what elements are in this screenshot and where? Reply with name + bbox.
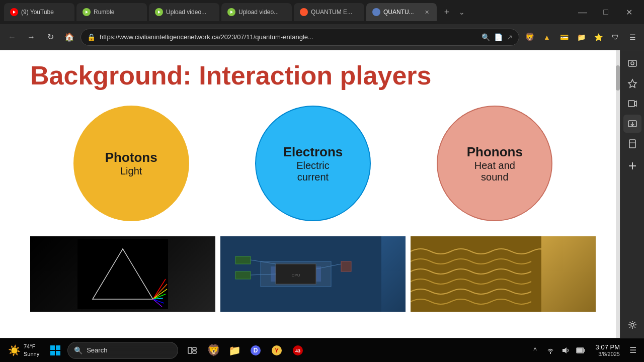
weather-condition: Sunny	[24, 350, 39, 357]
tray-chevron[interactable]: ^	[528, 343, 542, 357]
wallet-icon[interactable]: 💳	[556, 30, 572, 45]
taskbar-search-icon: 🔍	[74, 346, 83, 354]
main-content: Background: Interaction players Photons …	[0, 50, 616, 338]
taskbar-task-view[interactable]	[182, 340, 202, 360]
notification-center-button[interactable]: ☰	[626, 343, 640, 357]
photons-title: Photons	[105, 150, 157, 165]
taskbar-notifications[interactable]: 43	[288, 340, 308, 360]
svg-rect-40	[56, 351, 60, 355]
svg-text:D: D	[254, 347, 258, 354]
weather-icon: ☀️	[8, 344, 21, 356]
tab-quantum2-close[interactable]: ✕	[423, 8, 431, 16]
circles-row: Photons Light Electrons Electric current	[30, 106, 596, 221]
sidebar-bookmarks-icon[interactable]	[623, 135, 641, 153]
taskbar-discord[interactable]: D	[246, 340, 266, 360]
svg-marker-3	[230, 11, 233, 14]
taskbar-brave-browser[interactable]: 🦁	[203, 340, 223, 360]
taskbar-search-label: Search	[87, 346, 107, 354]
svg-rect-43	[193, 351, 196, 353]
scrollbar-track[interactable]	[616, 50, 620, 338]
taskbar: ☀️ 74°F Sunny 🔍 Search	[0, 338, 644, 362]
tab-upload1[interactable]: Upload video...	[149, 3, 219, 21]
right-sidebar	[620, 50, 644, 338]
svg-marker-29	[634, 101, 636, 106]
minimize-button[interactable]: —	[572, 4, 594, 20]
weather-widget[interactable]: ☀️ 74°F Sunny	[4, 343, 43, 357]
address-bar[interactable]: 🔒 https://www.civilianintelligencenetwor…	[80, 29, 519, 46]
svg-rect-19	[235, 272, 251, 279]
sidebar-settings-icon[interactable]	[623, 316, 641, 334]
taskbar-file-explorer[interactable]: 📁	[224, 340, 245, 360]
title-bar: (9) YouTube Rumble Upload video... Uploa…	[0, 0, 644, 24]
tray-sound[interactable]	[558, 343, 573, 357]
svg-rect-18	[235, 256, 251, 264]
svg-rect-53	[577, 348, 583, 352]
browser-extensions: 🦁 ▲ 💳 📁 ⭐ 🛡 ☰	[522, 30, 640, 45]
electrons-circle-item: Electrons Electric current	[255, 106, 371, 221]
clock-date: 3/8/2025	[596, 351, 620, 357]
svg-rect-38	[56, 345, 60, 350]
phonons-title: Phonons	[467, 144, 523, 160]
file-explorer-icon: 📁	[228, 344, 241, 356]
page-heading: Background: Interaction players	[30, 60, 596, 90]
collections-icon[interactable]: 📁	[574, 30, 589, 45]
taskbar-search-bar[interactable]: 🔍 Search	[67, 342, 178, 359]
system-clock[interactable]: 3:07 PM 3/8/2025	[592, 343, 624, 357]
tray-battery[interactable]	[574, 343, 588, 357]
back-button[interactable]: ←	[4, 29, 20, 45]
sidebar-downloads-icon[interactable]	[623, 115, 641, 133]
svg-rect-39	[50, 351, 55, 355]
reload-button[interactable]: ↻	[42, 29, 58, 45]
brave-taskbar-icon: 🦁	[207, 344, 220, 357]
tab-upload2-label: Upload video...	[238, 9, 279, 16]
gold-svg	[411, 236, 541, 312]
start-button[interactable]	[45, 340, 65, 360]
scrollbar-thumb[interactable]	[616, 65, 620, 90]
shields-icon[interactable]: 🛡	[608, 30, 623, 45]
prism-svg	[77, 239, 168, 309]
svg-text:Y: Y	[275, 347, 279, 353]
rewards-icon[interactable]: ▲	[539, 30, 554, 45]
tab-overflow[interactable]: ⌄	[459, 8, 465, 16]
discord-icon: D	[250, 345, 261, 356]
quantum2-favicon	[372, 8, 380, 16]
windows-logo-icon	[49, 344, 61, 356]
browser-menu-icon[interactable]: ☰	[625, 30, 640, 45]
gold-image	[411, 236, 596, 312]
tab-upload1-label: Upload video...	[166, 9, 206, 16]
search-lens-icon: 🔍	[481, 33, 490, 41]
new-tab-button[interactable]: +	[439, 4, 455, 20]
notifications-icon: 43	[292, 345, 303, 356]
rumble-icon	[83, 8, 91, 16]
svg-rect-32	[629, 140, 635, 148]
images-row: CPU	[30, 236, 596, 312]
tab-youtube[interactable]: (9) YouTube	[4, 3, 74, 21]
sidebar-video-icon[interactable]	[623, 95, 641, 113]
sidebar-screenshot-icon[interactable]	[623, 54, 641, 72]
svg-rect-28	[628, 101, 634, 107]
taskbar-right-area: ^	[526, 343, 640, 357]
taskbar-yandex[interactable]: Y	[267, 340, 287, 360]
electrons-subtitle: Electric current	[296, 160, 330, 183]
tab-quantum2[interactable]: QUANTU... ✕	[366, 3, 437, 21]
svg-text:43: 43	[295, 348, 300, 353]
close-button[interactable]: ✕	[618, 4, 640, 20]
tab-upload2[interactable]: Upload video...	[221, 3, 292, 21]
brave-shield-icon[interactable]: 🦁	[522, 30, 537, 45]
svg-rect-37	[50, 345, 55, 350]
maximize-button[interactable]: □	[595, 4, 617, 20]
sidebar-add-icon[interactable]	[623, 157, 641, 175]
share-icon: ↗	[507, 33, 513, 41]
forward-button[interactable]: →	[23, 29, 39, 45]
tab-quantum1[interactable]: QUANTUM E...	[294, 3, 364, 21]
svg-rect-25	[628, 60, 636, 66]
yandex-icon: Y	[271, 345, 282, 356]
sidebar-star-icon[interactable]	[623, 74, 641, 93]
leo-ai-icon[interactable]: ⭐	[591, 30, 606, 45]
tray-wifi[interactable]	[543, 343, 557, 357]
system-tray: ^	[526, 343, 590, 357]
weather-text: 74°F Sunny	[24, 343, 39, 357]
tab-rumble[interactable]: Rumble	[76, 3, 147, 21]
svg-rect-20	[341, 261, 351, 272]
home-button[interactable]: 🏠	[61, 29, 77, 45]
